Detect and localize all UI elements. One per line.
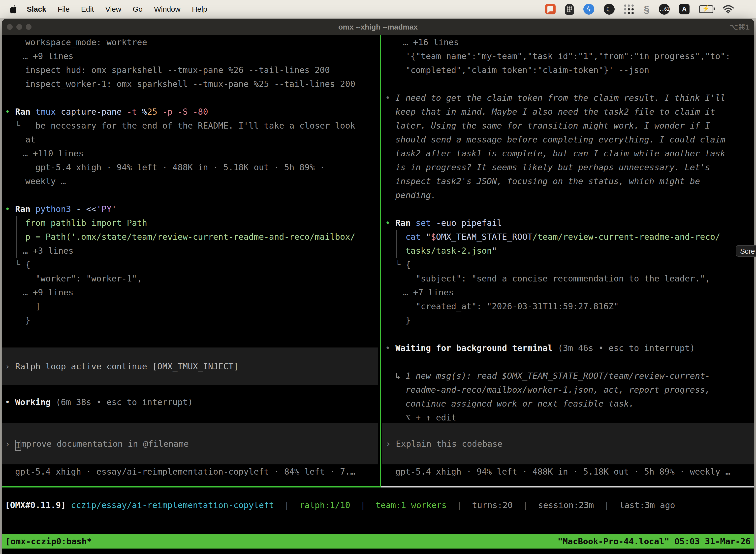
minimize-button[interactable] — [16, 24, 22, 30]
terminal-line: › Ralph loop active continue [OMX_TMUX_I… — [2, 359, 378, 373]
terminal-line: … +3 lines — [2, 244, 380, 258]
terminal-line: "worker": "worker-1", — [2, 272, 380, 285]
terminal-line: from pathlib import Path — [2, 216, 380, 230]
left-pane-scrollback: workspace_mode: worktree… +9 linesinspec… — [2, 35, 380, 327]
terminal-line — [2, 91, 380, 105]
terminal-line: later. Using the same for transition mig… — [381, 119, 754, 132]
right-pane-bottom-border — [381, 486, 754, 488]
terminal-line: … +110 lines — [2, 147, 380, 160]
screenshot-app-icon[interactable] — [545, 4, 556, 14]
terminal-line: └ { — [2, 258, 380, 272]
terminal-line: is in progress? It seems likely but perh… — [381, 160, 754, 174]
terminal-line — [381, 355, 754, 369]
working-status: • Working (6m 38s • esc to interrupt) — [2, 395, 380, 409]
terminal-line — [381, 327, 754, 341]
terminal-line — [381, 202, 754, 216]
terminal-line: readme-and-reco/mailbox/worker-1.json, a… — [381, 383, 754, 397]
terminal-line: at — [2, 132, 380, 147]
window-shortcut-badge: ⌥⌘1 — [730, 22, 750, 31]
terminal-line: inspect task2's JSON, focusing on the st… — [381, 174, 754, 188]
terminal-line: • Working (6m 38s • esc to interrupt) — [2, 395, 380, 409]
terminal-line: gpt-5.4 xhigh · essay/ai-reimplementatio… — [2, 465, 380, 479]
terminal-line: … +9 lines — [2, 285, 380, 299]
left-pane-bottom-border — [2, 486, 381, 488]
left-pane-status-line: gpt-5.4 xhigh · essay/ai-reimplementatio… — [2, 465, 380, 479]
terminal-line — [381, 77, 754, 91]
wifi-icon[interactable] — [723, 5, 734, 13]
menu-item-window[interactable]: Window — [154, 5, 181, 13]
terminal-line: } — [2, 313, 380, 327]
terminal-line: p = Path('.omx/state/team/review-current… — [2, 230, 380, 244]
terminal-line — [2, 188, 380, 202]
terminal-line: • Ran python3 - <<'PY' — [2, 202, 380, 216]
terminal-line: … +9 lines — [2, 49, 380, 63]
input-source-icon[interactable]: A — [679, 4, 690, 14]
tmux-status-bar: [omx-cczip0:bash* "MacBook-Pro-44.local"… — [2, 534, 754, 549]
dots-grid-icon[interactable] — [624, 4, 634, 14]
terminal-window: omx --xhigh --madmax ⌥⌘1 workspace_mode:… — [2, 19, 754, 554]
menu-item-view[interactable]: View — [105, 5, 121, 13]
menu-item-go[interactable]: Go — [133, 5, 143, 13]
tmux-session-window-label: [omx-cczip0:bash* — [5, 534, 92, 549]
battery-icon[interactable]: ⚡ — [699, 5, 713, 13]
terminal-line: › Explain this codebase — [382, 437, 754, 451]
keyboard-shield-icon[interactable] — [565, 4, 574, 15]
menu-item-edit[interactable]: Edit — [81, 5, 94, 13]
terminal-line: "completed","claim_token":"claim-token"}… — [381, 63, 754, 77]
composer-input-left[interactable]: › Improve documentation in @filename — [2, 423, 378, 464]
menu-item-file[interactable]: File — [58, 5, 69, 13]
terminal-line: • Ran tmux capture-pane -t %25 -p -S -80 — [2, 105, 380, 119]
right-pane-status-line: gpt-5.4 xhigh · 94% left · 488K in · 5.1… — [381, 465, 754, 479]
terminal-line: • Waiting for background terminal (3m 46… — [381, 341, 754, 355]
terminal-line: inspect_hud: omx sparkshell --tmux-pane … — [2, 63, 380, 77]
terminal-line: } — [381, 313, 754, 327]
terminal-line: workspace_mode: worktree — [2, 35, 380, 49]
menu-item-app[interactable]: Slack — [27, 5, 46, 13]
tmux-pane-right[interactable]: … +16 lines'{"team_name":"my-team","task… — [381, 35, 754, 486]
terminal-line: '{"team_name":"my-team","task_id":"1","f… — [381, 49, 754, 63]
terminal-line: tasks/task-2.json" — [381, 244, 754, 258]
focus-moon-icon[interactable]: ☾ — [604, 4, 615, 15]
apple-menu-icon[interactable] — [10, 5, 17, 14]
menu-bar: Slack File Edit View Go Window Help ϟ ☾ … — [0, 0, 756, 18]
terminal-line: cat "$OMX_TEAM_STATE_ROOT/team/review-cu… — [381, 230, 754, 244]
window-title: omx --xhigh --madmax — [338, 23, 418, 31]
menu-bar-status-icons: ϟ ☾ § ..61 A ⚡ — [545, 4, 734, 15]
terminal-line: pending. — [381, 188, 754, 202]
terminal-line: task2 after task1 is complete, but can I… — [381, 147, 754, 160]
terminal-line: ] — [2, 299, 380, 313]
terminal-line: continue assigned work or next feasible … — [381, 397, 754, 410]
gauge-icon[interactable]: ..61 — [659, 4, 670, 15]
right-pane-scrollback: … +16 lines'{"team_name":"my-team","task… — [381, 35, 754, 425]
terminal-content: workspace_mode: worktree… +9 linesinspec… — [2, 35, 754, 554]
terminal-line: └ be necessary for the end of the README… — [2, 119, 380, 132]
messenger-icon[interactable]: ϟ — [583, 4, 594, 15]
terminal-line: keep that in mind. Maybe I also need the… — [381, 105, 754, 119]
terminal-line: └ { — [381, 258, 754, 272]
menu-item-help[interactable]: Help — [192, 5, 207, 13]
terminal-line: weekly … — [2, 174, 380, 188]
terminal-line: should send a message before completing … — [381, 132, 754, 147]
terminal-line: … +7 lines — [381, 285, 754, 299]
terminal-line: "subject": "send a concise recommendatio… — [381, 272, 754, 285]
zoom-button[interactable] — [26, 24, 32, 30]
close-button[interactable] — [7, 24, 13, 30]
stats-curve-icon[interactable]: § — [644, 4, 649, 15]
terminal-line: › Improve documentation in @filename — [2, 437, 378, 451]
terminal-line: ⌥ + ↑ edit — [381, 410, 754, 425]
terminal-line: inspect_worker-1: omx sparkshell --tmux-… — [2, 77, 380, 91]
terminal-line: "created_at": "2026-03-31T11:59:27.816Z" — [381, 299, 754, 313]
terminal-line: gpt-5.4 xhigh · 94% left · 488K in · 5.1… — [381, 465, 754, 479]
terminal-line: ↳ 1 new msg(s): read $OMX_TEAM_STATE_ROO… — [381, 369, 754, 383]
omx-hud-status-line: [OMX#0.11.9] cczip/essay/ai-reimplementa… — [2, 498, 754, 512]
composer-input-right[interactable]: › Explain this codebase — [382, 423, 754, 464]
screen-overlay-button[interactable]: Scre — [736, 245, 756, 257]
window-title-bar[interactable]: omx --xhigh --madmax ⌥⌘1 — [2, 19, 754, 35]
tmux-host-clock-label: "MacBook-Pro-44.local" 05:03 31-Mar-26 — [558, 534, 751, 549]
terminal-line: … +16 lines — [381, 35, 754, 49]
terminal-line: • Ran set -euo pipefail — [381, 216, 754, 230]
ralph-loop-banner: › Ralph loop active continue [OMX_TMUX_I… — [2, 347, 378, 385]
terminal-line: • I need to get the claim token from the… — [381, 91, 754, 105]
tmux-pane-left[interactable]: workspace_mode: worktree… +9 linesinspec… — [2, 35, 380, 486]
terminal-line: [OMX#0.11.9] cczip/essay/ai-reimplementa… — [5, 498, 754, 512]
